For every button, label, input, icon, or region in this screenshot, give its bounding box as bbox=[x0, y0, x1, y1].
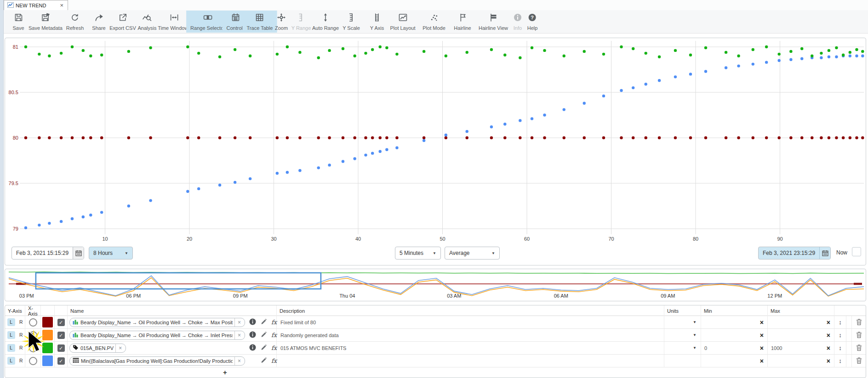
remove-signal-icon[interactable]: × bbox=[234, 318, 243, 327]
color-swatch[interactable] bbox=[42, 355, 53, 366]
pencil-icon[interactable] bbox=[260, 357, 267, 365]
min-input[interactable]: 0 bbox=[701, 345, 760, 351]
right-axis-button[interactable]: R bbox=[17, 344, 25, 352]
remove-signal-icon[interactable]: × bbox=[115, 344, 124, 352]
auto-range-button[interactable]: Auto Range bbox=[308, 11, 343, 33]
right-axis-button[interactable]: R bbox=[17, 318, 25, 326]
units-cell[interactable] bbox=[664, 355, 701, 367]
info-icon[interactable] bbox=[249, 344, 256, 352]
trash-icon[interactable] bbox=[856, 331, 862, 339]
clear-min-icon[interactable]: × bbox=[760, 357, 767, 365]
spacer-cell bbox=[846, 355, 852, 367]
formula-fx-icon[interactable]: fx bbox=[271, 332, 277, 339]
left-axis-button[interactable]: L bbox=[7, 331, 15, 339]
formula-fx-icon[interactable]: fx bbox=[271, 344, 277, 351]
hairline-view-button[interactable]: Hairline View bbox=[474, 11, 512, 33]
color-swatch[interactable] bbox=[42, 317, 53, 327]
clear-max-icon[interactable]: × bbox=[827, 344, 834, 352]
calendar-icon[interactable] bbox=[73, 247, 84, 259]
x-axis-radio[interactable] bbox=[29, 357, 37, 365]
pencil-icon[interactable] bbox=[260, 318, 267, 326]
autoscale-icon[interactable]: ↕ bbox=[839, 319, 842, 326]
clear-min-icon[interactable]: × bbox=[760, 319, 767, 326]
y-axis-tick-label: 79 bbox=[13, 226, 18, 231]
left-axis-button[interactable]: L bbox=[7, 344, 15, 352]
left-axis-button[interactable]: L bbox=[7, 318, 15, 326]
y-axis-cell: LR bbox=[5, 342, 25, 354]
left-axis-button[interactable]: L bbox=[7, 357, 15, 365]
signal-icon bbox=[73, 332, 79, 339]
right-axis-button[interactable]: R bbox=[17, 331, 25, 339]
clear-max-icon[interactable]: × bbox=[827, 332, 834, 339]
remove-signal-icon[interactable]: × bbox=[234, 357, 243, 365]
calendar-icon[interactable] bbox=[819, 247, 830, 259]
refresh-button[interactable]: Refresh bbox=[62, 11, 88, 33]
pencil-icon[interactable] bbox=[260, 331, 267, 339]
scatter-point bbox=[286, 136, 289, 139]
info-icon[interactable] bbox=[249, 318, 256, 326]
scatter-point bbox=[765, 61, 768, 63]
now-checkbox[interactable] bbox=[852, 247, 861, 256]
tab-new-trend[interactable]: NEW TREND × bbox=[4, 0, 68, 10]
statistic-select[interactable]: Average ▼ bbox=[445, 247, 500, 260]
help-button[interactable]: ?Help bbox=[523, 11, 542, 33]
remove-signal-icon[interactable]: × bbox=[234, 331, 243, 339]
units-cell[interactable]: ▼ bbox=[664, 316, 701, 328]
signal-pill[interactable]: Beardy Display_Name → Oil Producing Well… bbox=[69, 318, 245, 327]
trash-icon[interactable] bbox=[856, 318, 862, 327]
statistic-value: Average bbox=[445, 250, 487, 256]
units-cell[interactable]: ▼ bbox=[664, 329, 701, 341]
color-swatch[interactable] bbox=[42, 343, 53, 353]
pencil-icon[interactable] bbox=[260, 344, 267, 352]
plot-mode-button[interactable]: Plot Mode bbox=[418, 11, 450, 33]
visibility-checkbox[interactable]: ✓ bbox=[57, 332, 65, 339]
units-cell[interactable]: ▼ bbox=[664, 342, 701, 354]
name-cell: Min({Balaclava[Gas Producing Well]:Gas P… bbox=[68, 355, 277, 367]
hairline-button[interactable]: Hairline bbox=[450, 11, 475, 33]
signal-pill[interactable]: Beardy Display_Name → Oil Producing Well… bbox=[69, 331, 245, 340]
scatter-plot[interactable]: 7979.58080.581102030405060708090 bbox=[5, 38, 866, 245]
signal-pill[interactable]: Min({Balaclava[Gas Producing Well]:Gas P… bbox=[69, 356, 245, 366]
trash-icon[interactable] bbox=[856, 344, 862, 352]
end-datetime-input[interactable]: Feb 3, 2021 23:15:29 bbox=[758, 247, 831, 260]
close-icon[interactable]: × bbox=[59, 2, 64, 8]
autoscale-icon[interactable]: ↕ bbox=[839, 344, 842, 351]
description-cell: Fixed limit of 80 bbox=[277, 316, 664, 328]
y-scale-button[interactable]: Y Scale bbox=[338, 11, 364, 33]
formula-fx-icon[interactable]: fx bbox=[271, 319, 277, 326]
save-metadata-button[interactable]: Save Metadata bbox=[24, 11, 67, 33]
visibility-checkbox[interactable]: ✓ bbox=[57, 357, 65, 365]
scatter-point bbox=[100, 211, 103, 214]
plot-layout-button[interactable]: Plot Layout bbox=[386, 11, 419, 33]
right-axis-button[interactable]: R bbox=[17, 357, 25, 365]
clear-max-icon[interactable]: × bbox=[827, 357, 834, 365]
clear-min-icon[interactable]: × bbox=[760, 344, 767, 352]
scatter-point bbox=[371, 48, 374, 51]
autoscale-icon[interactable]: ↕ bbox=[839, 357, 842, 364]
clear-max-icon[interactable]: × bbox=[827, 319, 834, 326]
autoscale-icon[interactable]: ↕ bbox=[839, 332, 842, 339]
visibility-checkbox[interactable]: ✓ bbox=[57, 319, 65, 326]
column-header-units: Units bbox=[664, 305, 701, 316]
x-axis-radio[interactable] bbox=[29, 331, 37, 339]
start-datetime-input[interactable]: Feb 3, 2021 15:15:29 bbox=[11, 247, 84, 260]
visibility-checkbox[interactable]: ✓ bbox=[57, 344, 65, 352]
y-axis-button[interactable]: Y Axis bbox=[366, 11, 388, 33]
trash-icon[interactable] bbox=[856, 357, 862, 365]
scatter-point bbox=[24, 226, 27, 229]
x-axis-radio[interactable] bbox=[29, 318, 37, 327]
x-axis-radio[interactable] bbox=[29, 344, 37, 352]
max-input[interactable]: 1000 bbox=[768, 345, 827, 351]
duration-select[interactable]: 8 Hours ▼ bbox=[89, 247, 133, 260]
formula-fx-icon[interactable]: fx bbox=[271, 357, 277, 364]
color-swatch[interactable] bbox=[42, 330, 53, 340]
add-signal-button[interactable]: + bbox=[223, 368, 227, 376]
scatter-point bbox=[789, 50, 792, 53]
scatter-point bbox=[234, 181, 236, 184]
signal-pill[interactable]: 015A_BEN.PV× bbox=[69, 344, 126, 353]
sample-interval-select[interactable]: 5 Minutes ▼ bbox=[395, 247, 441, 260]
scatter-point bbox=[519, 136, 521, 139]
clear-min-icon[interactable]: × bbox=[760, 332, 767, 339]
overview-timeline[interactable]: 03 PM06 PM09 PMThu 0403 AM06 AM09 AM12 P… bbox=[5, 269, 866, 301]
info-icon[interactable] bbox=[249, 331, 256, 339]
